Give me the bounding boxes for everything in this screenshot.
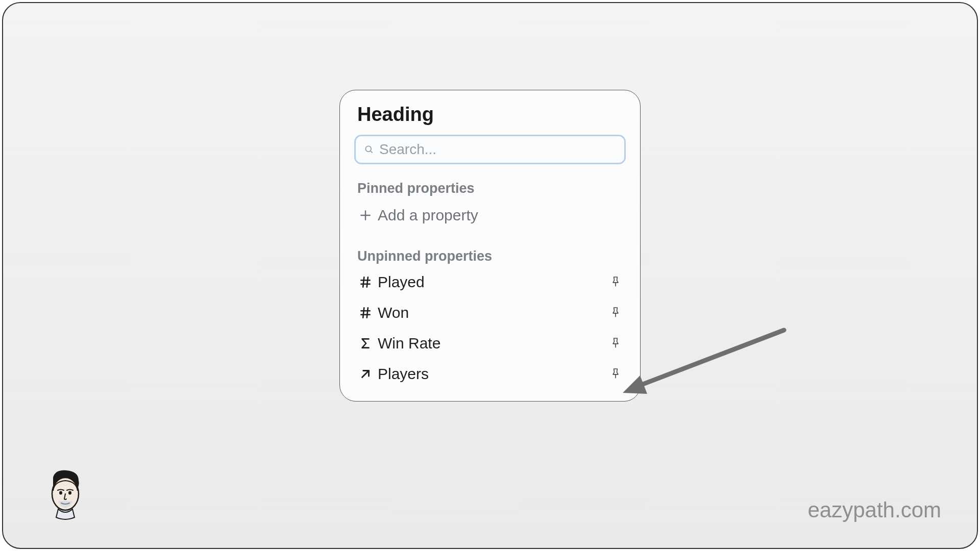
search-icon xyxy=(364,144,374,155)
svg-line-15 xyxy=(362,371,369,378)
watermark-text: eazypath.com xyxy=(808,498,941,522)
pin-button[interactable] xyxy=(607,305,624,321)
properties-popup: Heading Pinned properties Add a property… xyxy=(339,90,641,402)
property-row-win-rate[interactable]: Win Rate xyxy=(354,333,626,354)
sigma-icon xyxy=(356,337,375,350)
annotation-arrow xyxy=(621,328,794,404)
property-label: Won xyxy=(378,304,607,321)
search-field[interactable] xyxy=(354,135,626,164)
svg-point-20 xyxy=(59,491,62,495)
pin-button[interactable] xyxy=(607,366,624,382)
unpinned-section-label: Unpinned properties xyxy=(354,248,626,264)
app-frame: Heading Pinned properties Add a property… xyxy=(2,2,978,549)
pin-icon xyxy=(610,368,621,380)
svg-line-1 xyxy=(371,151,373,153)
svg-line-17 xyxy=(631,330,784,389)
pin-icon xyxy=(610,307,621,319)
pin-icon xyxy=(610,276,621,288)
popup-title: Heading xyxy=(354,104,626,126)
property-row-played[interactable]: Played xyxy=(354,271,626,293)
svg-line-7 xyxy=(367,277,368,287)
property-row-players[interactable]: Players xyxy=(354,363,626,385)
svg-line-12 xyxy=(367,308,368,318)
property-label: Players xyxy=(378,365,607,383)
add-property-label: Add a property xyxy=(378,207,478,224)
add-property-button[interactable]: Add a property xyxy=(354,204,626,227)
property-label: Win Rate xyxy=(378,335,607,352)
property-label: Played xyxy=(378,273,607,291)
svg-line-6 xyxy=(363,277,364,287)
avatar xyxy=(43,468,87,521)
pin-button[interactable] xyxy=(607,274,624,290)
unpinned-list: Played Won Win Rate xyxy=(354,271,626,385)
pinned-section-label: Pinned properties xyxy=(354,181,626,196)
property-row-won[interactable]: Won xyxy=(354,302,626,323)
arrow-up-right-icon xyxy=(356,367,375,381)
search-input[interactable] xyxy=(379,141,616,158)
svg-point-0 xyxy=(365,146,371,152)
plus-icon xyxy=(356,209,375,222)
hash-icon xyxy=(356,276,375,289)
svg-point-21 xyxy=(68,491,71,495)
pin-button[interactable] xyxy=(607,335,624,352)
svg-line-11 xyxy=(363,308,364,318)
hash-icon xyxy=(356,306,375,319)
pin-icon xyxy=(610,337,621,349)
